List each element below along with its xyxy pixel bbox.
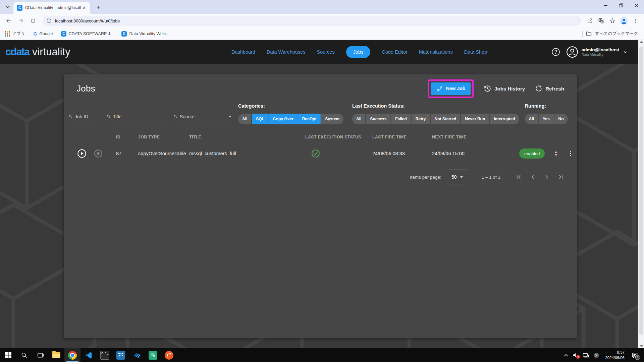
user-name: admin@localhost — [582, 47, 619, 53]
refresh-button[interactable]: Refresh — [535, 85, 564, 92]
terminal-taskbar-button[interactable]: C:\_ — [97, 348, 113, 362]
job-id-filter[interactable] — [69, 111, 102, 122]
source-input[interactable] — [180, 114, 227, 119]
status-circle-x-icon[interactable] — [593, 352, 599, 358]
enabled-badge[interactable]: enabled — [519, 148, 545, 159]
new-tab-button[interactable]: + — [94, 3, 103, 12]
new-job-button[interactable]: New Job — [431, 82, 471, 95]
log-viewer-taskbar-button[interactable] — [145, 348, 161, 362]
pgadmin-taskbar-button[interactable] — [113, 348, 129, 362]
next-page-button[interactable] — [543, 174, 550, 180]
chrome-taskbar-button[interactable] — [64, 348, 80, 362]
col-job-type: JOB TYPE — [138, 135, 189, 139]
bookmark-google[interactable]: G Google — [33, 31, 53, 37]
bookmark-cdata-software[interactable]: C CDATA SOFTWARE J... — [61, 31, 114, 37]
action-center-button[interactable]: 1 — [632, 352, 638, 358]
job-id-input[interactable] — [75, 114, 102, 119]
window-close-button[interactable] — [629, 0, 644, 11]
forward-button[interactable] — [15, 15, 26, 26]
search-icon — [69, 114, 72, 119]
chip-les-never-run[interactable]: Never Run — [461, 114, 490, 124]
nav-item-dashboard[interactable]: Dashboard — [231, 49, 255, 55]
browser-menu-icon[interactable] — [630, 15, 641, 26]
chip-categories-sql[interactable]: SQL — [252, 114, 269, 124]
categories-label: Categories: — [238, 103, 343, 109]
chip-les-not-started[interactable]: Not Started — [431, 114, 461, 124]
postman-taskbar-button[interactable] — [161, 348, 177, 362]
title-input[interactable] — [113, 114, 169, 119]
user-menu[interactable]: admin@localhost Data Virtuality — [566, 46, 628, 58]
highlight-box: New Job — [428, 79, 474, 98]
previous-page-button[interactable] — [529, 174, 536, 180]
scrollbar-thumb[interactable] — [639, 47, 643, 335]
address-bar[interactable]: localhost:8080/account/#/u/0/jobs — [42, 16, 581, 26]
profile-avatar-icon[interactable] — [619, 15, 629, 26]
cdata-virtuality-logo[interactable]: cdata virtuality — [5, 46, 70, 58]
nav-item-data-warehouses[interactable]: Data Warehouses — [267, 49, 306, 55]
scroll-up-icon[interactable] — [640, 41, 643, 43]
row-menu-icon[interactable] — [568, 150, 574, 157]
last-page-button[interactable] — [557, 174, 564, 180]
taskbar-clock[interactable]: 8:37 2024/08/06 — [605, 350, 625, 360]
file-explorer-button[interactable] — [48, 348, 64, 362]
chip-running-yes[interactable]: Yes — [539, 114, 554, 124]
nav-item-sources[interactable]: Sources — [317, 49, 334, 55]
bookmark-apps[interactable]: アプリ — [5, 31, 25, 37]
browser-tab[interactable]: C CData Virtuality - admin@locall ✕ — [13, 2, 90, 14]
log-viewer-icon — [149, 351, 157, 360]
chip-categories-system[interactable]: System — [321, 114, 343, 124]
task-view-button[interactable] — [32, 348, 48, 362]
page-range: 1 – 1 of 1 — [482, 175, 500, 180]
run-job-button[interactable] — [77, 149, 87, 158]
chip-categories-all[interactable]: All — [238, 114, 252, 124]
page-scrollbar[interactable] — [638, 40, 644, 348]
source-filter[interactable] — [174, 111, 231, 122]
taskbar-search-button[interactable] — [16, 348, 32, 362]
bookmark-data-virtuality[interactable]: C Data Virtuality Welc... — [121, 31, 169, 37]
tab-close-icon[interactable]: ✕ — [81, 5, 87, 11]
nav-item-code-editor[interactable]: Code Editor — [382, 49, 408, 55]
back-button[interactable] — [3, 15, 14, 26]
clock-time: 8:37 — [605, 350, 625, 355]
items-per-page-select[interactable]: 50 — [447, 170, 468, 184]
window-minimize-button[interactable] — [598, 0, 613, 11]
pagination-buttons — [515, 174, 564, 180]
start-button[interactable] — [0, 348, 16, 362]
chip-les-success[interactable]: Success — [366, 114, 391, 124]
all-bookmarks-button[interactable]: すべてのブックマーク — [582, 31, 638, 37]
chip-les-all[interactable]: All — [352, 114, 366, 124]
window-restore-button[interactable] — [613, 0, 629, 11]
nav-item-jobs[interactable]: Jobs — [346, 46, 371, 58]
title-filter[interactable] — [107, 111, 169, 122]
volume-muted-button[interactable]: ✕ — [573, 353, 578, 358]
nav-item-materializations[interactable]: Materializations — [419, 49, 453, 55]
chip-categories-recopt[interactable]: RecOpt — [298, 114, 321, 124]
chip-les-failed[interactable]: Failed — [391, 114, 412, 124]
site-info-icon[interactable] — [46, 18, 52, 23]
reload-button[interactable] — [28, 15, 38, 26]
tray-chevron-up-icon[interactable] — [564, 354, 568, 357]
scroll-down-icon[interactable] — [640, 345, 643, 347]
jobs-history-button[interactable]: Jobs History — [484, 85, 525, 93]
bookmark-star-icon[interactable] — [607, 15, 618, 26]
chip-les-interrupted[interactable]: Interrupted — [490, 114, 519, 124]
tab-search-button[interactable] — [3, 3, 12, 11]
help-icon[interactable] — [551, 48, 560, 56]
unfold-more-icon[interactable] — [553, 150, 559, 157]
network-icon[interactable] — [583, 353, 589, 358]
chip-running-no[interactable]: No — [554, 114, 568, 124]
translate-icon[interactable] — [596, 15, 606, 26]
stop-job-button[interactable] — [94, 149, 103, 158]
categories-chips: All SQL Copy Over RecOpt System — [238, 114, 343, 124]
search-icon — [107, 114, 111, 119]
layers-app-taskbar-button[interactable] — [129, 348, 145, 362]
chip-categories-copy-over[interactable]: Copy Over — [269, 114, 298, 124]
vscode-taskbar-button[interactable] — [80, 348, 97, 362]
nav-item-data-shop[interactable]: Data Shop — [464, 49, 487, 55]
first-page-button[interactable] — [515, 174, 522, 180]
chip-running-all[interactable]: All — [525, 114, 539, 124]
open-in-new-icon[interactable] — [584, 15, 595, 26]
running-label: Running: — [525, 103, 568, 109]
chip-les-retry[interactable]: Retry — [412, 114, 431, 124]
col-next-fire-time: NEXT FIRE TIME — [432, 135, 519, 139]
